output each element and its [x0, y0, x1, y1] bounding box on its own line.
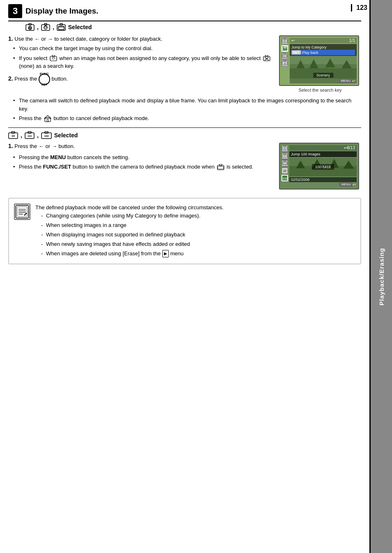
lcd1-menu-jump: Jump to My Category — [291, 45, 355, 50]
func-set-button: FUNCSET — [39, 74, 50, 85]
lcd-screen-1: ★ ↩ 1/1 Jump to My Category — [279, 35, 359, 86]
svg-rect-9 — [60, 23, 62, 25]
sub-section-selected: Selected — [54, 132, 78, 139]
bullet-1: You can check the target image by using … — [13, 44, 275, 53]
lcd2-icon-cat — [281, 153, 288, 159]
instruction-1: 1. Use the ← or → to select date, catego… — [8, 35, 275, 42]
two-col-top: 1. Use the ← or → to select date, catego… — [8, 35, 361, 93]
bottom-bullets-top: The camera will switch to defined playba… — [8, 97, 361, 123]
lcd1-arrow: ↩ — [291, 38, 295, 43]
camera-category-icon — [41, 23, 50, 31]
note-content: The defined playback mode will be cancel… — [35, 204, 355, 259]
sub-bullet-2: Press the FUNC./SET button to switch the… — [13, 163, 275, 171]
camera-note-1: The camera will switch to defined playba… — [13, 97, 361, 113]
two-col-bottom: 1. Press the ← or → button. Pressing the… — [8, 143, 361, 190]
section-heading: Display the Images. — [25, 7, 98, 16]
section-title: 3 Display the Images. — [8, 4, 361, 21]
lcd2-overlay: 100-5418 — [312, 164, 334, 170]
lcd2-image: 100-5418 — [289, 158, 357, 176]
lcd1-set-btn: SET — [291, 50, 301, 55]
camera-note-2: Press the button to cancel defined playb… — [13, 114, 361, 123]
lcd2-date: 02/02/2008 — [289, 177, 357, 182]
sub-bullet-1: Pressing the MENU button cancels the set… — [13, 153, 275, 162]
arrow-left-2: ← — [39, 143, 44, 149]
note-item-5: When images are deleted using [Erase] fr… — [41, 250, 355, 258]
arrow-right-2: → — [52, 143, 57, 149]
svg-text:★: ★ — [284, 62, 286, 65]
page-number: 123 — [351, 4, 367, 12]
lcd1-caption: Select the search key — [279, 88, 361, 93]
note-item-3: When displaying images not supported in … — [41, 231, 355, 239]
lcd2-topbar: ↩ 8/13 — [289, 145, 357, 150]
sub-bullet-list: Pressing the MENU button cancels the set… — [8, 153, 275, 171]
jump100-icon: 100 — [25, 131, 35, 139]
svg-rect-39 — [12, 132, 15, 133]
lcd1-icon-cat — [281, 45, 288, 52]
sub-section: 10 , 100 , 1000 Selected — [8, 127, 361, 190]
play-icon-inline: ▶ — [162, 250, 169, 257]
lcd2-icon-10: 10 — [281, 167, 288, 174]
lcd2-sidebar: 10 100 — [281, 145, 288, 187]
sub-instr1-num: 1. — [8, 143, 13, 149]
sidebar: Playback/Erasing — [371, 0, 392, 553]
instr1-num: 1. — [8, 35, 13, 42]
lcd2-icon-face — [281, 145, 288, 152]
svg-rect-64 — [16, 205, 29, 218]
svg-rect-57 — [283, 162, 287, 164]
svg-rect-65 — [17, 207, 27, 217]
note-box: The defined playback mode will be cancel… — [8, 198, 361, 265]
svg-rect-10 — [58, 26, 64, 30]
lcd-screen-2: 10 100 ↩ 8/13 Jump 100 Images — [279, 143, 359, 190]
subtitle-text: Selected — [68, 24, 92, 30]
bullet-list-top: You can check the target image by using … — [8, 44, 275, 70]
bullet-2: If you select when an image has not been… — [13, 54, 275, 70]
col-image-bottom: 10 100 ↩ 8/13 Jump 100 Images — [279, 143, 361, 190]
folder-icon-inline2 — [217, 164, 224, 171]
note-title: The defined playback mode will be cancel… — [35, 204, 355, 212]
svg-rect-11 — [50, 56, 57, 61]
step-number: 3 — [8, 4, 22, 18]
jump10-icon: 10 — [8, 131, 18, 139]
sidebar-label: Playback/Erasing — [378, 248, 385, 305]
svg-text:10: 10 — [12, 134, 15, 137]
page-container: 123 3 Display the Images. ☺ , — [0, 0, 392, 553]
col-text-bottom: 1. Press the ← or → button. Pressing the… — [8, 143, 275, 190]
lcd1-main: ↩ 1/1 Jump to My Category SET Play back — [290, 38, 357, 83]
note-icon — [14, 204, 30, 220]
lcd1-image: Scenery — [290, 56, 357, 79]
camera-face-icon: ☺ — [25, 23, 35, 31]
svg-marker-36 — [44, 116, 51, 118]
svg-rect-1 — [29, 23, 31, 25]
lcd2-menu-btn: MENU — [339, 183, 353, 187]
lcd1-counter: 1/1 — [349, 38, 355, 43]
jump1000-icon: 1000 — [41, 131, 52, 139]
lcd2-icon-100: 100 — [281, 175, 288, 181]
lcd1-play-text: Play back — [302, 51, 318, 55]
lcd1-bottombar: MENU ↩ — [290, 79, 357, 83]
svg-rect-42 — [28, 132, 31, 133]
lcd2-container: 10 100 ↩ 8/13 Jump 100 Images — [281, 145, 357, 187]
note-item-2: When selecting images in a range — [41, 221, 355, 230]
lcd2-main: ↩ 8/13 Jump 100 Images — [289, 145, 357, 187]
lcd1-scenery-label: Scenery — [313, 73, 333, 78]
note-list: Changing categories (while using My Cate… — [35, 212, 355, 258]
svg-point-52 — [284, 148, 286, 149]
svg-text:1000: 1000 — [44, 135, 48, 137]
lcd2-counter: 8/13 — [347, 146, 355, 150]
lcd1-icon-folder — [281, 53, 288, 59]
lcd2-bottombar: MENU ↩ — [289, 182, 357, 187]
lcd2-return-arrow: ↩ — [353, 183, 356, 187]
sub-comma2: , — [37, 132, 39, 139]
svg-point-19 — [284, 40, 286, 42]
cat-icon-inline — [50, 55, 57, 62]
svg-rect-45 — [45, 132, 48, 133]
svg-text:100: 100 — [28, 135, 32, 137]
home-icon-inline — [44, 115, 51, 123]
svg-rect-24 — [283, 55, 287, 57]
subtitle-comma2: , — [53, 24, 54, 30]
sub-section-title: 10 , 100 , 1000 Selected — [8, 131, 361, 139]
sub-instruction-1: 1. Press the ← or → button. — [8, 143, 275, 149]
lcd1-menu-play: SET Play back — [291, 50, 355, 55]
svg-rect-37 — [47, 120, 48, 122]
lcd1-sidebar-icons: ★ — [281, 38, 288, 83]
